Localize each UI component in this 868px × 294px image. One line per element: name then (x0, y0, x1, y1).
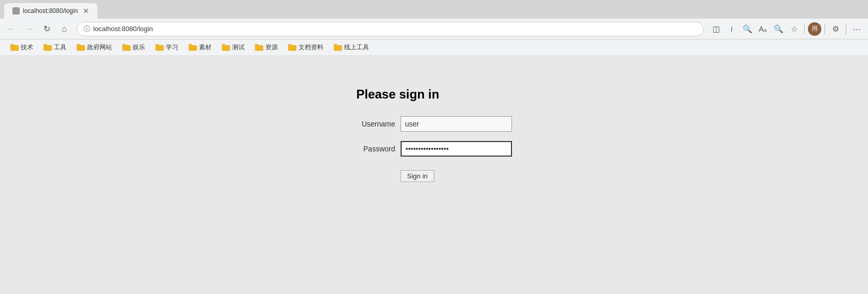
search-icon: 🔍 (743, 24, 752, 34)
password-label: Password (357, 145, 395, 153)
address-text: localhost:8080/login (93, 25, 153, 33)
folder-icon (122, 44, 131, 51)
bookmark-label: 政府网站 (87, 43, 112, 52)
home-icon: ⌂ (62, 24, 67, 34)
bookmark-item-8[interactable]: 文档资料 (284, 41, 328, 53)
bookmark-label: 线上工具 (344, 43, 369, 52)
bookmarks-bar: 技术 工具 政府网站 娱乐 学习 素材 测试 资源 (0, 39, 868, 56)
toolbar-divider-2 (824, 24, 825, 34)
sign-in-label: Sign in (407, 172, 428, 180)
bookmark-item-3[interactable]: 娱乐 (118, 41, 149, 53)
bookmark-item-9[interactable]: 线上工具 (330, 41, 373, 53)
address-bar-row: ← → ↻ ⌂ ⓘ localhost:8080/login ◫ ≀ 🔍 (0, 19, 868, 39)
bookmark-item-4[interactable]: 学习 (151, 41, 182, 53)
folder-icon (77, 44, 85, 51)
avatar-initials: 用 (812, 24, 818, 33)
tablet-view-button[interactable]: ◫ (709, 22, 723, 36)
bookmark-label: 文档资料 (298, 43, 323, 52)
grid-icon: ≀ (730, 24, 733, 34)
bookmark-item-2[interactable]: 政府网站 (73, 41, 116, 53)
more-icon: ⋯ (853, 24, 861, 34)
toolbar-divider-3 (846, 24, 846, 34)
folder-icon (155, 44, 164, 51)
tab-favicon (12, 7, 20, 15)
settings-icon: ⚙ (832, 24, 839, 34)
bookmark-label: 资源 (265, 43, 278, 52)
tablet-icon: ◫ (713, 24, 720, 34)
password-input[interactable] (401, 141, 512, 157)
info-icon: ⓘ (83, 24, 90, 34)
zoom-icon: 🔍 (774, 24, 784, 34)
star-icon: ☆ (791, 24, 798, 34)
browser-tab[interactable]: localhost:8080/login ✕ (4, 3, 97, 19)
password-group: Password (357, 141, 512, 157)
browser-chrome: localhost:8080/login ✕ ← → ↻ ⌂ ⓘ localho… (0, 0, 868, 56)
reader-mode-button[interactable]: Aₐ (756, 22, 770, 36)
zoom-button[interactable]: 🔍 (771, 22, 786, 36)
more-options-button[interactable]: ⋯ (849, 22, 864, 36)
refresh-icon: ↻ (44, 24, 50, 34)
bookmark-item-5[interactable]: 素材 (184, 41, 216, 53)
forward-icon: → (25, 24, 33, 34)
tab-title: localhost:8080/login (23, 7, 80, 15)
back-icon: ← (7, 24, 16, 34)
bookmark-item-7[interactable]: 资源 (251, 41, 282, 53)
folder-icon (288, 44, 296, 51)
bookmark-label: 工具 (54, 43, 66, 52)
folder-icon (44, 44, 52, 51)
bookmark-label: 素材 (199, 43, 211, 52)
settings-button[interactable]: ⚙ (828, 22, 843, 36)
sign-in-button[interactable]: Sign in (401, 170, 435, 182)
login-form: Please sign in Username Password Sign in (357, 87, 512, 182)
grid-view-button[interactable]: ≀ (724, 22, 739, 36)
toolbar-divider (804, 24, 805, 34)
bookmark-item-0[interactable]: 技术 (6, 41, 37, 53)
folder-icon (10, 44, 19, 51)
bookmark-label: 学习 (166, 43, 178, 52)
address-bar[interactable]: ⓘ localhost:8080/login (77, 22, 704, 36)
tab-close-button[interactable]: ✕ (83, 7, 89, 15)
reader-icon: Aₐ (759, 24, 767, 34)
back-button[interactable]: ← (4, 22, 19, 36)
forward-button[interactable]: → (22, 22, 36, 36)
username-label: Username (357, 120, 395, 128)
bookmark-item-1[interactable]: 工具 (39, 41, 70, 53)
tab-bar: localhost:8080/login ✕ (0, 0, 868, 19)
bookmark-label: 技术 (21, 43, 33, 52)
page-title: Please sign in (357, 87, 439, 102)
bookmark-item-6[interactable]: 测试 (218, 41, 249, 53)
username-input[interactable] (401, 116, 512, 132)
home-button[interactable]: ⌂ (57, 22, 72, 36)
folder-icon (222, 44, 230, 51)
favorites-button[interactable]: ☆ (787, 22, 801, 36)
toolbar-icons: ◫ ≀ 🔍 Aₐ 🔍 ☆ 用 ⚙ (709, 22, 864, 36)
folder-icon (255, 44, 263, 51)
username-group: Username (357, 116, 512, 132)
folder-icon (189, 44, 197, 51)
bookmark-label: 娱乐 (133, 43, 145, 52)
page-content: Please sign in Username Password Sign in (0, 56, 868, 294)
bookmark-label: 测试 (232, 43, 245, 52)
profile-avatar[interactable]: 用 (808, 22, 821, 36)
folder-icon (334, 44, 342, 51)
search-toolbar-button[interactable]: 🔍 (740, 22, 755, 36)
refresh-button[interactable]: ↻ (39, 22, 54, 36)
